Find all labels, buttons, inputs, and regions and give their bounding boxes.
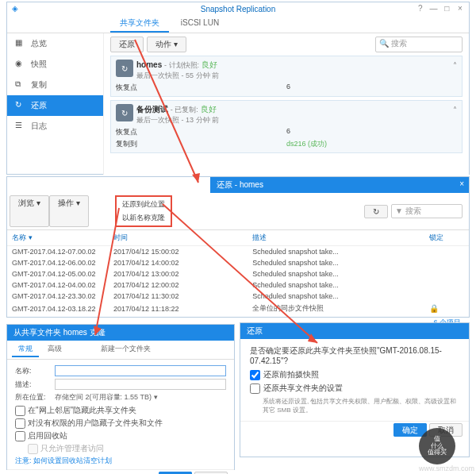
dialog-title: 还原	[240, 323, 469, 339]
top-tabs: 共享文件夹 iSCSI LUN	[7, 15, 469, 33]
action-button[interactable]: 操作 ▾	[49, 195, 89, 227]
camera-icon: ◉	[15, 59, 26, 70]
chk-hide-sub[interactable]: 对没有权限的用户隐藏子文件夹和文件	[15, 418, 226, 429]
main-window: ◈ Snapshot Replication ? — □ × 共享文件夹 iSC…	[6, 2, 470, 175]
close-icon[interactable]: ×	[455, 4, 466, 13]
desc-input[interactable]	[55, 379, 226, 390]
tab-iscsi[interactable]: iSCSI LUN	[171, 16, 228, 29]
col-desc[interactable]: 描述	[248, 230, 424, 246]
chk-restore-settings[interactable]: 还原共享文件夹的设置	[250, 383, 459, 394]
maximize-icon[interactable]: □	[441, 4, 452, 13]
log-icon: ☰	[15, 121, 26, 132]
table-row[interactable]: GMT-2017.04.12-23.30.022017/04/12 11:30:…	[7, 291, 469, 302]
minimize-icon[interactable]: —	[428, 4, 439, 13]
dialog-tabs: 常规 高级 新建一个文件夹	[7, 341, 234, 360]
sidebar-replicate[interactable]: ⧉复制	[7, 75, 103, 95]
table-row[interactable]: GMT-2017.04.12-05.00.022017/04/12 13:00:…	[7, 268, 469, 279]
restore-icon: ↻	[116, 104, 133, 121]
hint-text: 新建一个文件夹	[94, 342, 157, 356]
table-row[interactable]: GMT-2017.04.12-03.18.222017/04/12 11:18:…	[7, 302, 469, 315]
folder-card-homes[interactable]: ↻ homes - 计划快照: 良好 最后一次快照 - 55 分钟 前 恢复点6…	[110, 56, 463, 97]
titlebar: ◈ Snapshot Replication ? — □ ×	[7, 2, 469, 15]
restore-button[interactable]: 还原	[110, 37, 144, 52]
filter-input[interactable]: ▼ 搜索	[391, 204, 463, 218]
sidebar-overview[interactable]: ▦总览	[7, 33, 103, 54]
sidebar-snapshot[interactable]: ◉快照	[7, 54, 103, 75]
close-icon[interactable]: ×	[459, 179, 464, 188]
sidebar-restore[interactable]: ↻还原	[7, 95, 103, 116]
content-toolbar: 还原 动作 ▾ 🔍 搜索	[110, 37, 463, 52]
dialog-footer: 确定 取消	[7, 469, 234, 474]
collapse-icon[interactable]: ˄	[453, 61, 457, 70]
panel-toolbar: 浏览 ▾ 操作 ▾ 还原到此位置 以新名称克隆 ↻ ▼ 搜索	[7, 193, 469, 230]
watermark-logo: 值什么值得买	[419, 428, 455, 464]
chk-recycle[interactable]: 启用回收站	[15, 430, 226, 441]
clone-dialog: 从共享文件夹 homes 克隆 常规 高级 新建一个文件夹 名称: 描述: 所在…	[6, 324, 235, 470]
lock-icon: 🔒	[429, 304, 439, 313]
recycle-link[interactable]: 如何设置回收站清空计划	[33, 457, 112, 464]
dialog-body: 名称: 描述: 所在位置:存储空间 2(可用容量: 1.55 TB) ▾ 在"网…	[7, 360, 234, 469]
chk-snapshot-before[interactable]: 还原前拍摄快照	[250, 369, 459, 380]
app-title: Snapshot Replication	[201, 5, 276, 13]
restore-icon: ↻	[116, 60, 133, 77]
tab-advanced[interactable]: 高级	[41, 342, 68, 356]
restore-icon: ↻	[15, 100, 26, 111]
content-area: 还原 动作 ▾ 🔍 搜索 ↻ homes - 计划快照: 良好 最后一次快照 -…	[104, 33, 469, 175]
table-row[interactable]: GMT-2017.04.12-04.00.022017/04/12 12:00:…	[7, 279, 469, 291]
snapshot-list-panel: 还原 - homes × 浏览 ▾ 操作 ▾ 还原到此位置 以新名称克隆 ↻ ▼…	[6, 176, 470, 318]
sidebar: ▦总览 ◉快照 ⧉复制 ↻还原 ☰日志	[7, 33, 104, 175]
snapshot-table: 名称 ▾ 时间 描述 锁定 GMT-2017.04.12-07.00.02201…	[7, 230, 469, 315]
table-row[interactable]: GMT-2017.04.12-07.00.022017/04/12 15:00:…	[7, 246, 469, 258]
dialog-body: 是否确定要还原此共享文件夹至快照"GMT-2016.08.15-07.42.15…	[240, 339, 469, 421]
folder-card-backup[interactable]: ↻ 备份测试 - 已复制: 良好 最后一次快照 - 13 分钟 前 恢复点6 复…	[110, 100, 463, 153]
col-lock[interactable]: 锁定	[424, 230, 469, 246]
name-input[interactable]	[55, 365, 226, 376]
chk-hide-network[interactable]: 在"网上邻居"隐藏此共享文件夹	[15, 405, 226, 416]
overview-icon: ▦	[15, 38, 26, 49]
dialog-title: 从共享文件夹 homes 克隆	[7, 325, 234, 341]
search-input[interactable]: 🔍 搜索	[375, 37, 463, 52]
copy-icon: ⧉	[15, 79, 26, 91]
app-icon: ◈	[12, 4, 18, 13]
tab-general[interactable]: 常规	[12, 342, 39, 357]
chk-admin-only[interactable]: 只允许管理者访问	[28, 443, 226, 454]
location-select[interactable]: 存储空间 2(可用容量: 1.55 TB) ▾	[55, 392, 226, 403]
tab-shared-folder[interactable]: 共享文件夹	[110, 15, 169, 33]
action-button[interactable]: 动作 ▾	[147, 37, 186, 52]
watermark: 值什么值得买 www.smzdm.com	[419, 428, 474, 472]
panel-title: 还原 - homes ×	[210, 177, 469, 193]
help-icon[interactable]: ?	[415, 4, 426, 13]
col-name[interactable]: 名称 ▾	[7, 230, 109, 246]
browse-button[interactable]: 浏览 ▾	[10, 195, 49, 227]
refresh-button[interactable]: ↻	[364, 205, 388, 218]
table-row[interactable]: GMT-2017.04.12-06.00.022017/04/12 14:00:…	[7, 257, 469, 268]
menu-restore-here[interactable]: 还原到此位置	[117, 198, 170, 211]
window-controls: ? — □ ×	[415, 4, 466, 13]
collapse-icon[interactable]: ˄	[453, 106, 457, 114]
dropdown-menu: 还原到此位置 以新名称克隆	[115, 195, 172, 227]
menu-clone-new[interactable]: 以新名称克隆	[117, 211, 170, 225]
sidebar-log[interactable]: ☰日志	[7, 116, 103, 137]
col-time[interactable]: 时间	[109, 230, 248, 246]
